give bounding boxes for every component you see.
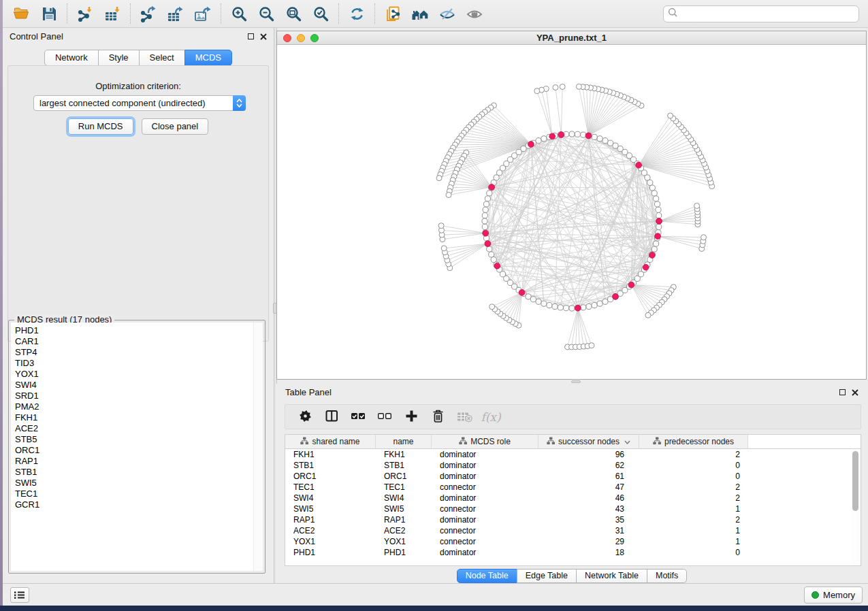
column-header-predecessor-nodes[interactable]: predecessor nodes — [639, 435, 748, 449]
cell-MCDS-role: dominator — [432, 514, 539, 525]
cell-successor-nodes: 18 — [539, 547, 639, 558]
cell-MCDS-role: dominator — [432, 460, 539, 471]
list-item[interactable]: ACE2 — [11, 423, 263, 434]
cell-name: ORC1 — [376, 471, 432, 482]
table-row[interactable]: ORC1ORC1dominator610 — [285, 471, 861, 482]
close-panel-button[interactable]: Close panel — [142, 118, 209, 135]
delete-row-button[interactable] — [430, 410, 445, 425]
zoom-in-button[interactable] — [225, 2, 253, 25]
column-header-shared-name[interactable]: shared name — [285, 435, 376, 449]
list-item[interactable]: YOX1 — [11, 369, 263, 380]
cell-predecessor-nodes: 1 — [639, 525, 748, 536]
cell-predecessor-nodes: 2 — [639, 514, 748, 525]
tab-motifs[interactable]: Motifs — [647, 569, 687, 583]
table-row[interactable]: RAP1RAP1dominator352 — [285, 514, 861, 525]
run-mcds-button[interactable]: Run MCDS — [68, 118, 133, 135]
scrollbar-thumb[interactable] — [852, 451, 858, 511]
criterion-dropdown[interactable]: largest connected component (undirected) — [33, 95, 246, 111]
table-row[interactable]: TEC1TEC1connector472 — [285, 482, 861, 493]
cell-MCDS-role: dominator — [432, 493, 539, 503]
table-row[interactable]: YOX1YOX1connector291 — [285, 536, 861, 547]
column-header-name[interactable]: name — [376, 435, 432, 449]
list-item[interactable]: SRD1 — [11, 391, 263, 401]
list-item[interactable]: TEC1 — [11, 489, 263, 499]
settings-gear-button[interactable] — [298, 410, 312, 425]
tree-column-icon — [653, 437, 661, 447]
network-overview-button[interactable] — [406, 2, 434, 25]
refresh-layout-button[interactable] — [343, 2, 370, 25]
table-row[interactable]: SWI4SWI4dominator462 — [285, 493, 861, 503]
select-all-checkboxes-button[interactable] — [351, 410, 366, 425]
task-history-button[interactable] — [10, 587, 29, 603]
split-panel-button[interactable] — [324, 410, 339, 425]
zoom-selected-button[interactable] — [307, 2, 334, 25]
export-table-button[interactable] — [162, 2, 189, 25]
export-network-button[interactable] — [135, 2, 162, 25]
column-header-filler — [748, 435, 861, 449]
cell-name: RAP1 — [376, 514, 432, 525]
column-header-successor-nodes[interactable]: successor nodes — [539, 435, 639, 449]
close-panel-icon[interactable] — [260, 33, 267, 40]
list-item[interactable]: GCR1 — [11, 499, 263, 510]
tab-node-table[interactable]: Node Table — [457, 569, 517, 583]
network-canvas[interactable] — [277, 46, 866, 379]
toolbar-separator — [338, 3, 339, 24]
tab-network-table[interactable]: Network Table — [576, 569, 647, 583]
cell-shared-name: STB1 — [285, 460, 376, 471]
memory-button[interactable]: Memory — [804, 587, 863, 604]
list-item[interactable]: SWI4 — [11, 380, 263, 391]
table-row[interactable]: FKH1FKH1dominator962 — [285, 449, 861, 460]
save-session-icon — [41, 5, 58, 22]
add-row-button[interactable] — [404, 410, 419, 425]
export-image-button[interactable] — [189, 2, 216, 25]
table-scrollbar[interactable] — [851, 450, 860, 564]
zoom-out-button[interactable] — [253, 2, 280, 25]
list-item[interactable]: PHD1 — [11, 325, 263, 336]
list-item[interactable]: PMA2 — [11, 401, 263, 412]
list-item[interactable]: RAP1 — [11, 456, 263, 467]
network-window-titlebar[interactable]: YPA_prune.txt_1 — [277, 31, 866, 45]
float-panel-icon[interactable] — [248, 33, 254, 39]
share-document-button[interactable] — [379, 2, 406, 25]
list-item[interactable]: TID3 — [11, 358, 263, 369]
table-row[interactable]: PHD1PHD1dominator180 — [285, 547, 861, 558]
tab-style[interactable]: Style — [98, 50, 140, 66]
table-row[interactable]: ACE2ACE2connector311 — [285, 525, 861, 536]
mcds-list-scrollbar[interactable] — [253, 323, 263, 571]
list-item[interactable]: STP4 — [11, 347, 263, 358]
open-file-button[interactable] — [8, 2, 35, 25]
zoom-fit-button[interactable] — [280, 2, 307, 25]
search-box — [663, 5, 859, 22]
list-item[interactable]: CAR1 — [11, 336, 263, 347]
float-panel-icon[interactable] — [839, 389, 846, 395]
list-item[interactable]: SWI5 — [11, 478, 263, 489]
zoom-out-icon — [258, 5, 275, 22]
column-header-MCDS-role[interactable]: MCDS role — [432, 435, 539, 449]
tab-select[interactable]: Select — [139, 50, 185, 66]
list-item[interactable]: FKH1 — [11, 412, 263, 423]
table-row[interactable]: SWI5SWI5connector431 — [285, 503, 861, 514]
cell-shared-name: PHD1 — [285, 547, 376, 558]
save-session-button[interactable] — [35, 2, 63, 25]
import-table-button[interactable] — [99, 2, 126, 25]
table-row[interactable]: STB1STB1dominator620 — [285, 460, 861, 471]
tab-edge-table[interactable]: Edge Table — [517, 569, 577, 583]
splitter-grip[interactable] — [571, 380, 581, 383]
cell-shared-name: ACE2 — [285, 525, 376, 536]
import-network-button[interactable] — [71, 2, 99, 25]
close-panel-icon[interactable] — [852, 389, 858, 396]
network-graph[interactable] — [277, 46, 866, 380]
split-panel-icon — [325, 410, 338, 425]
list-item[interactable]: STB5 — [11, 434, 263, 445]
hide-graphics-details-button[interactable] — [434, 2, 461, 25]
tab-mcds[interactable]: MCDS — [184, 50, 232, 66]
search-input[interactable] — [678, 7, 858, 21]
unselect-all-checkboxes-button[interactable] — [377, 410, 392, 425]
tab-network[interactable]: Network — [44, 50, 99, 66]
list-item[interactable]: STB1 — [11, 467, 263, 478]
toolbar-separator — [221, 3, 221, 24]
zoom-fit-icon — [285, 5, 302, 22]
show-graphics-details-button[interactable] — [461, 2, 488, 25]
list-item[interactable]: ORC1 — [11, 445, 263, 456]
table-panel-title: Table Panel — [285, 387, 332, 397]
